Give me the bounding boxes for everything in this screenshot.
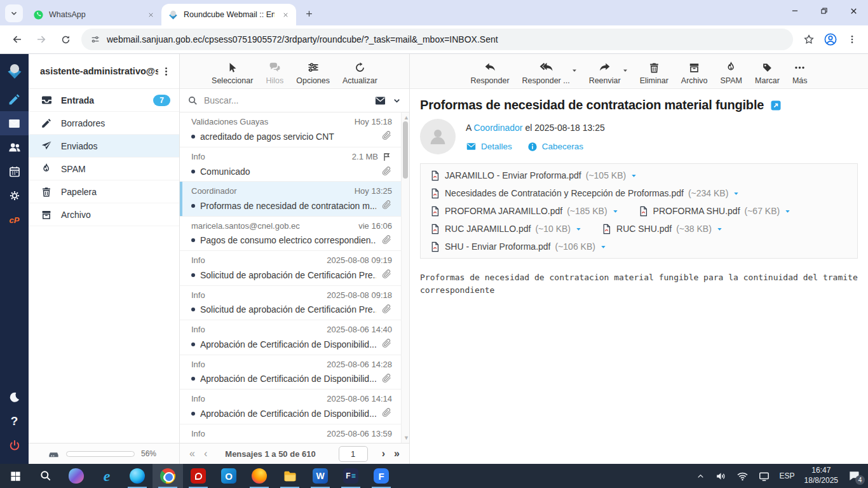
firefox-button[interactable]: [244, 464, 275, 488]
message-row[interactable]: Info2025-08-08 09:19 Solicitud de aproba…: [180, 251, 401, 286]
folder-borradores[interactable]: Borradores: [29, 112, 179, 135]
word-button[interactable]: W: [305, 464, 336, 488]
message-row[interactable]: Info2.1 MB Comunicado: [180, 147, 401, 182]
threads-button[interactable]: Hilos: [266, 60, 283, 85]
forward-caret-icon[interactable]: [622, 65, 628, 74]
select-button[interactable]: Seleccionar: [212, 60, 253, 85]
folder-archivo[interactable]: Archivo: [29, 203, 179, 226]
compose-icon[interactable]: [0, 87, 29, 111]
attachment-item[interactable]: Necesidades de Contratación y Recepción …: [430, 188, 740, 199]
search-scope-envelope-icon[interactable]: [374, 95, 386, 107]
folder-spam[interactable]: SPAM: [29, 158, 179, 180]
attachment-caret-icon[interactable]: [600, 243, 607, 250]
attachment-item[interactable]: RUC SHU.pdf(~38 KB): [601, 224, 723, 234]
logout-power-icon[interactable]: [0, 433, 29, 458]
cast-display-icon[interactable]: [758, 470, 770, 482]
clock[interactable]: 16:47 18/8/2025: [804, 466, 838, 485]
folder-enviados[interactable]: Enviados: [29, 135, 179, 158]
close-button[interactable]: [839, 0, 868, 22]
prev-page-button[interactable]: ‹: [204, 448, 207, 459]
fiel-app-button[interactable]: F: [366, 464, 397, 488]
list-scrollbar[interactable]: ▲ ▼: [401, 112, 409, 443]
scroll-down-icon[interactable]: ▼: [403, 435, 409, 441]
recipient-link[interactable]: Coordinador: [473, 123, 522, 133]
url-text[interactable]: webmail.sanjuan.gob.ec/cpsess0751905572/…: [107, 34, 498, 44]
folder-entrada[interactable]: Entrada 7: [29, 89, 179, 112]
address-bar[interactable]: webmail.sanjuan.gob.ec/cpsess0751905572/…: [81, 29, 793, 50]
reply-button[interactable]: Responder: [470, 60, 509, 85]
more-button[interactable]: Más: [792, 60, 808, 85]
copilot-button[interactable]: [61, 464, 92, 488]
attachment-item[interactable]: PROFORMA SHU.pdf(~67 KB): [638, 206, 792, 217]
browser-menu-kebab-icon[interactable]: [841, 29, 863, 50]
internet-explorer-button[interactable]: e: [92, 464, 122, 488]
search-input[interactable]: [204, 95, 369, 105]
attachment-caret-icon[interactable]: [716, 226, 723, 233]
taskbar-search-button[interactable]: [31, 464, 61, 488]
reload-button[interactable]: [55, 29, 76, 50]
browser-profile-icon[interactable]: [820, 29, 841, 50]
message-row[interactable]: Info2025-08-06 13:59: [180, 424, 401, 444]
details-link[interactable]: Detalles: [466, 141, 512, 152]
attachment-caret-icon[interactable]: [630, 172, 637, 179]
attachment-caret-icon[interactable]: [575, 226, 582, 233]
minimize-button[interactable]: [780, 0, 810, 22]
first-page-button[interactable]: «: [189, 448, 195, 459]
page-number-input[interactable]: [339, 446, 368, 462]
attachment-caret-icon[interactable]: [784, 208, 791, 215]
delete-button[interactable]: Eliminar: [640, 60, 668, 85]
notification-center-button[interactable]: 4: [848, 470, 860, 482]
attachment-item[interactable]: SHU - Enviar Proforma.pdf(~106 KB): [430, 241, 607, 252]
last-page-button[interactable]: »: [394, 448, 400, 459]
tab-roundcube[interactable]: Roundcube Webmail :: Enviados: [161, 4, 296, 25]
open-external-link-icon[interactable]: [770, 100, 782, 111]
attachment-caret-icon[interactable]: [612, 208, 619, 215]
attachment-item[interactable]: JARAMILLO - Enviar Proforma.pdf(~105 KB): [430, 170, 637, 181]
cpanel-icon[interactable]: cP: [0, 208, 29, 232]
search-options-chevron-icon[interactable]: [392, 96, 402, 105]
edge-button[interactable]: [122, 464, 153, 488]
restore-button[interactable]: [810, 0, 839, 22]
archive-button[interactable]: Archivo: [681, 60, 708, 85]
wifi-icon[interactable]: [736, 470, 749, 482]
forward-button[interactable]: [31, 29, 52, 50]
message-row[interactable]: maricela.santos@cnel.gob.ecvie 16:06 Pag…: [180, 217, 401, 252]
tab-search-button[interactable]: [5, 4, 23, 22]
help-icon[interactable]: ?: [0, 409, 29, 433]
reply-all-button[interactable]: Responder ...: [522, 60, 570, 85]
tab-whatsapp[interactable]: WhatsApp: [27, 4, 161, 25]
site-settings-tune-icon[interactable]: [90, 34, 100, 44]
next-page-button[interactable]: ›: [382, 448, 385, 459]
attachment-item[interactable]: RUC JARAMILLO.pdf(~10 KB): [430, 224, 582, 234]
message-row[interactable]: Validaciones GuayasHoy 15:18 acreditado …: [180, 112, 401, 147]
message-row[interactable]: Info2025-08-06 14:28 Aprobación de Certi…: [180, 355, 401, 390]
headers-link[interactable]: Cabeceras: [527, 141, 583, 152]
spam-button[interactable]: SPAM: [721, 60, 743, 85]
forward-button[interactable]: Reenviar: [589, 60, 621, 85]
file-explorer-button[interactable]: [275, 464, 305, 488]
attachment-item[interactable]: PROFORMA JARAMILLO.pdf(~185 KB): [430, 206, 619, 217]
scrollbar-thumb[interactable]: [403, 121, 408, 179]
message-row[interactable]: Info2025-08-06 14:14 Aprobación de Certi…: [180, 390, 401, 424]
settings-gear-icon[interactable]: [0, 184, 29, 208]
language-indicator[interactable]: ESP: [780, 471, 795, 480]
options-button[interactable]: Opciones: [296, 60, 330, 85]
volume-icon[interactable]: [715, 470, 727, 482]
bookmark-star-icon[interactable]: [798, 29, 820, 50]
back-button[interactable]: [6, 29, 28, 50]
outlook-button[interactable]: O: [214, 464, 244, 488]
calendar-icon[interactable]: [0, 159, 29, 184]
refresh-button[interactable]: Actualizar: [342, 60, 377, 85]
tray-expand-chevron-icon[interactable]: [696, 471, 705, 481]
new-tab-button[interactable]: [300, 4, 318, 22]
start-button[interactable]: [0, 464, 31, 488]
tab-close-icon[interactable]: [145, 9, 156, 20]
message-row-selected[interactable]: CoordinadorHoy 13:25 Proformas de necesi…: [180, 182, 401, 217]
folder-papelera[interactable]: Papelera: [29, 180, 179, 203]
dark-mode-moon-icon[interactable]: [0, 385, 29, 409]
mark-button[interactable]: Marcar: [755, 60, 780, 85]
account-menu-icon[interactable]: [158, 65, 174, 77]
attachment-caret-icon[interactable]: [733, 190, 740, 197]
contacts-icon[interactable]: [0, 135, 29, 159]
tab-close-icon[interactable]: [280, 9, 291, 20]
